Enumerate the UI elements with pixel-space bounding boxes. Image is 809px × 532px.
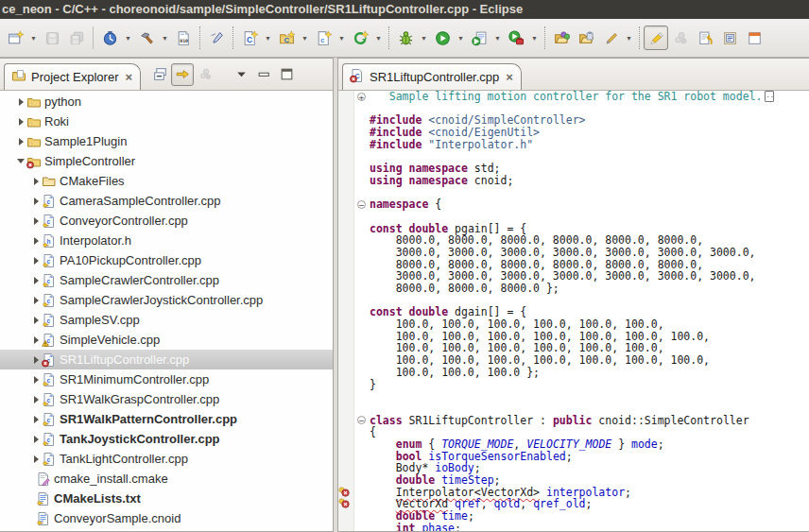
tree-item[interactable]: cCameraSampleController.cpp	[0, 191, 333, 211]
main-toolbar: ▼▼▼010C▼C▼c▼▼▼▼▼▼▼	[0, 19, 809, 58]
tree-item[interactable]: Sample1Plugin	[0, 131, 333, 151]
tree-item[interactable]: hInterpolator.h	[0, 231, 333, 250]
clipped-tool-button[interactable]	[742, 26, 766, 50]
close-icon[interactable]: ×	[125, 73, 132, 82]
new-c-file-dropdown[interactable]: ▼	[336, 26, 348, 49]
expand-arrow-icon[interactable]	[15, 138, 26, 146]
collapse-arrow-icon[interactable]	[15, 159, 26, 163]
expand-arrow-icon[interactable]	[30, 396, 42, 403]
expand-arrow-icon[interactable]	[15, 118, 26, 126]
expand-arrow-icon[interactable]	[30, 217, 42, 225]
code-line: #include "Interpolator.h"	[338, 139, 809, 151]
tab-project-explorer[interactable]: Project Explorer ×	[4, 63, 141, 90]
tree-item[interactable]: cPA10PickupController.cpp	[0, 250, 333, 270]
tab-editor-file[interactable]: C SR1LiftupController.cpp ×	[342, 63, 522, 90]
new-c-project-dropdown[interactable]: ▼	[262, 26, 274, 49]
cpp-file-error-icon: C	[350, 68, 365, 86]
svg-text:010: 010	[180, 38, 188, 43]
view-menu-icon	[233, 66, 250, 82]
fold-margin	[354, 150, 370, 163]
tree-item[interactable]: CMakeFiles	[0, 171, 333, 191]
collapse-all-button[interactable]	[148, 63, 171, 86]
minimize-button[interactable]	[252, 63, 275, 86]
expand-arrow-icon[interactable]	[30, 455, 42, 463]
profile-dropdown[interactable]: ▼	[528, 26, 541, 49]
link-with-editor-button[interactable]	[171, 63, 194, 86]
code-editor[interactable]: + Sample lifting motion controller for t…	[338, 91, 809, 531]
tree-item[interactable]: cSimpleVehicle.cpp	[0, 330, 333, 350]
tree-item[interactable]: cSampleCrawlerJoystickController.cpp	[0, 290, 333, 310]
close-icon[interactable]: ×	[506, 73, 513, 82]
expand-arrow-icon[interactable]	[15, 98, 26, 106]
view-menu-button[interactable]	[230, 63, 252, 86]
tree-item[interactable]: cSR1LiftupController.cpp	[0, 350, 333, 369]
binary-console-button[interactable]: 010	[171, 26, 196, 50]
build-hammer-dropdown[interactable]: ▼	[159, 26, 171, 49]
new-project-green-dropdown[interactable]: ▼	[372, 26, 385, 49]
run-button[interactable]	[430, 26, 455, 50]
open-task-button[interactable]	[574, 26, 598, 50]
expand-arrow-icon[interactable]	[30, 197, 42, 205]
debug-dropdown[interactable]: ▼	[418, 26, 430, 49]
mark-occurrences-button[interactable]	[644, 26, 668, 50]
stopwatch-button[interactable]	[97, 26, 122, 50]
code-segment: namespace	[370, 198, 428, 211]
search-pen-button[interactable]	[598, 26, 623, 50]
window-titlebar[interactable]: ce_neon - C/C++ - choreonoid/sample/Simp…	[0, 0, 809, 19]
explorer-tab-label: Project Explorer	[31, 70, 118, 84]
fold-minus-icon[interactable]: −	[354, 415, 370, 427]
expand-arrow-icon[interactable]	[30, 356, 42, 364]
expand-arrow-icon[interactable]	[30, 416, 42, 423]
tree-item[interactable]: cTankJoystickController.cpp	[0, 429, 333, 449]
last-edit-location-button[interactable]	[693, 26, 717, 50]
tree-item[interactable]: cTankLightController.cpp	[0, 449, 333, 469]
tree-item[interactable]: CMakeLists.txt	[0, 489, 333, 508]
tree-item[interactable]: python	[0, 92, 333, 112]
new-wizard-button[interactable]	[3, 26, 27, 50]
new-c-project-button[interactable]: C	[237, 26, 262, 50]
new-c-file-button[interactable]: c	[311, 26, 336, 50]
expand-arrow-icon[interactable]	[30, 237, 42, 245]
tree-item[interactable]: ConveyorSample.cnoid	[0, 508, 333, 528]
open-task-icon	[578, 30, 594, 46]
tree-item[interactable]: cSR1WalkPatternController.cpp	[0, 409, 333, 429]
open-type-button[interactable]	[549, 26, 574, 50]
expand-arrow-icon[interactable]	[30, 317, 42, 324]
new-cpp-class-dropdown[interactable]: ▼	[299, 26, 311, 49]
expand-arrow-icon[interactable]	[30, 257, 42, 265]
debug-button[interactable]	[393, 26, 418, 50]
search-pen-dropdown[interactable]: ▼	[623, 26, 635, 49]
tree-item[interactable]: cSampleSV.cpp	[0, 310, 333, 330]
expand-arrow-icon[interactable]	[30, 297, 42, 304]
expand-arrow-icon[interactable]	[30, 277, 42, 284]
maximize-button[interactable]	[275, 63, 298, 86]
tree-item[interactable]: Roki	[0, 112, 333, 131]
tree-item[interactable]: SimpleController	[0, 151, 333, 171]
tree-item[interactable]: Makefile	[0, 528, 333, 531]
fold-minus-icon[interactable]: −	[354, 198, 370, 211]
code-segment: enum	[396, 438, 422, 451]
run-history-dropdown[interactable]: ▼	[491, 26, 504, 49]
new-wizard-dropdown[interactable]: ▼	[27, 26, 40, 49]
build-hammer-button[interactable]	[134, 26, 159, 50]
run-history-button[interactable]	[467, 26, 491, 50]
new-project-green-button[interactable]	[348, 26, 372, 50]
expand-arrow-icon[interactable]	[30, 436, 42, 443]
tree-item[interactable]: cConveyorController.cpp	[0, 211, 333, 231]
fold-plus-icon[interactable]: +	[354, 91, 370, 103]
code-line: 8000.0, 8000.0, 8000.0 };	[338, 283, 809, 295]
tree-item[interactable]: cSR1MinimumController.cpp	[0, 369, 333, 389]
tree-item[interactable]: cSampleCrawlerController.cpp	[0, 270, 333, 290]
expand-arrow-icon[interactable]	[30, 376, 42, 384]
pin-editor-button[interactable]	[204, 26, 229, 50]
new-cpp-class-button[interactable]: C	[274, 26, 299, 50]
stopwatch-dropdown[interactable]: ▼	[122, 26, 134, 49]
tree-item[interactable]: cmake_install.cmake	[0, 469, 333, 489]
profile-button[interactable]	[504, 26, 528, 50]
run-dropdown[interactable]: ▼	[455, 26, 467, 49]
expand-arrow-icon[interactable]	[30, 178, 42, 185]
fold-margin	[354, 234, 370, 247]
next-annotation-button[interactable]	[717, 26, 742, 50]
tree-item[interactable]: cSR1WalkGraspController.cpp	[0, 389, 333, 409]
expand-arrow-icon[interactable]	[30, 336, 42, 344]
